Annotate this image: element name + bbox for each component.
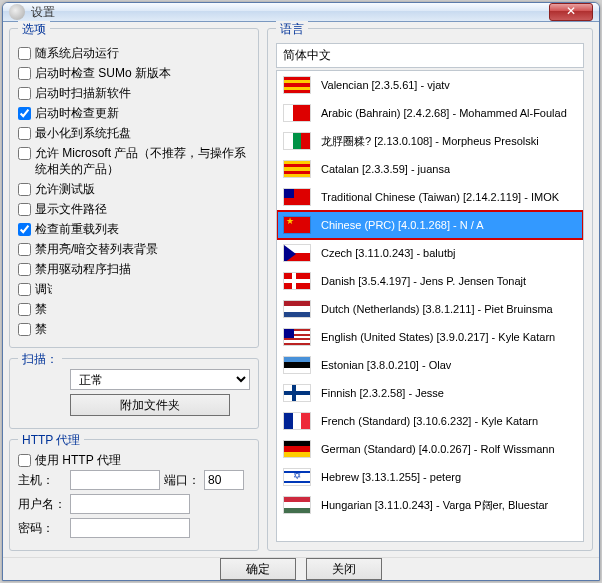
scan-mode-select[interactable]: 正常 [70,369,250,390]
flag-icon: ★ [283,216,311,234]
flag-icon [283,496,311,514]
use-proxy-checkbox[interactable] [18,454,31,467]
language-label: Danish [3.5.4.197] - Jens P. Jensen Tona… [321,275,526,287]
option-checkbox[interactable] [18,183,31,196]
option-row: 允许测试版 [18,179,250,199]
option-checkbox[interactable] [18,107,31,120]
option-label: 随系统启动运行 [35,45,119,61]
language-item[interactable]: English (United States) [3.9.0.217] - Ky… [277,323,583,351]
close-footer-button[interactable]: 关闭 [306,558,382,580]
option-label: 禁 [35,301,47,317]
language-list[interactable]: Valencian [2.3.5.61] - vjatvArabic (Bahr… [276,70,584,542]
language-label: Valencian [2.3.5.61] - vjatv [321,79,450,91]
language-item[interactable]: Traditional Chinese (Taiwan) [2.14.2.119… [277,183,583,211]
option-row: 启动时扫描新软件 [18,83,250,103]
language-item[interactable]: Valencian [2.3.5.61] - vjatv [277,71,583,99]
option-checkbox[interactable] [18,283,31,296]
language-label: Czech [3.11.0.243] - balutbj [321,247,456,259]
content-area: 选项 随系统启动运行启动时检查 SUMo 新版本启动时扫描新软件启动时检查更新最… [3,22,599,557]
option-checkbox[interactable] [18,323,31,336]
option-row: 允许 Microsoft 产品（不推荐，与操作系统相关的产品） [18,143,250,179]
language-item[interactable]: German (Standard) [4.0.0.267] - Rolf Wis… [277,435,583,463]
option-checkbox[interactable] [18,243,31,256]
option-row: 禁用亮/暗交替列表背景 [18,239,250,259]
option-checkbox[interactable] [18,303,31,316]
scan-legend: 扫描： [18,351,62,368]
language-item[interactable]: Estonian [3.8.0.210] - Olav [277,351,583,379]
language-item[interactable]: Danish [3.5.4.197] - Jens P. Jensen Tona… [277,267,583,295]
pass-label: 密码： [18,520,66,537]
language-label: 龙脬圈糅? [2.13.0.108] - Morpheus Presolski [321,134,539,149]
flag-icon [283,188,311,206]
flag-icon [283,272,311,290]
language-label: Estonian [3.8.0.210] - Olav [321,359,451,371]
language-label: German (Standard) [4.0.0.267] - Rolf Wis… [321,443,555,455]
option-checkbox[interactable] [18,67,31,80]
language-label: Hungarian [3.11.0.243] - Varga P阔er, Blu… [321,498,548,513]
option-label: 启动时检查更新 [35,105,119,121]
option-row: 随系统启动运行 [18,43,250,63]
flag-icon [283,440,311,458]
current-language: 简体中文 [276,43,584,68]
language-label: French (Standard) [3.10.6.232] - Kyle Ka… [321,415,538,427]
flag-icon [283,104,311,122]
option-label: 调试 [35,281,59,297]
language-item[interactable]: ✡Hebrew [3.13.1.255] - peterg [277,463,583,491]
language-legend: 语言 [276,21,308,38]
language-item[interactable]: Dutch (Netherlands) [3.8.1.211] - Piet B… [277,295,583,323]
flag-icon [283,384,311,402]
option-row: 禁用驱动程序扫描 [18,259,250,279]
language-item[interactable]: French (Standard) [3.10.6.232] - Kyle Ka… [277,407,583,435]
language-item[interactable]: Arabic (Bahrain) [2.4.2.68] - Mohammed A… [277,99,583,127]
option-checkbox[interactable] [18,87,31,100]
pass-input[interactable] [70,518,190,538]
port-input[interactable] [204,470,244,490]
host-label: 主机： [18,472,66,489]
add-folder-button[interactable]: 附加文件夹 [70,394,230,416]
user-input[interactable] [70,494,190,514]
title-bar[interactable]: 设置 ✕ [3,3,599,22]
http-legend: HTTP 代理 [18,432,84,449]
language-item[interactable]: Finnish [2.3.2.58] - Jesse [277,379,583,407]
language-group: 语言 简体中文 Valencian [2.3.5.61] - vjatvArab… [267,28,593,551]
language-label: Finnish [2.3.2.58] - Jesse [321,387,444,399]
language-item[interactable]: ★Chinese (PRC) [4.0.1.268] - N / A [277,211,583,239]
flag-icon [283,160,311,178]
language-item[interactable]: Czech [3.11.0.243] - balutbj [277,239,583,267]
settings-window: 设置 ✕ 选项 随系统启动运行启动时检查 SUMo 新版本启动时扫描新软件启动时… [2,2,600,581]
language-item[interactable]: Catalan [2.3.3.59] - juansa [277,155,583,183]
language-item[interactable]: Hungarian [3.11.0.243] - Varga P阔er, Blu… [277,491,583,519]
option-checkbox[interactable] [18,263,31,276]
option-label: 禁 [35,321,47,337]
flag-icon [283,300,311,318]
window-title: 设置 [31,4,549,21]
option-label: 允许测试版 [35,181,95,197]
flag-icon [283,328,311,346]
option-row: 启动时检查更新 [18,103,250,123]
ok-button[interactable]: 确定 [220,558,296,580]
option-row: 调试 [18,279,250,299]
flag-icon: ✡ [283,468,311,486]
close-button[interactable]: ✕ [549,3,593,21]
flag-icon [283,356,311,374]
option-checkbox[interactable] [18,127,31,140]
option-label: 允许 Microsoft 产品（不推荐，与操作系统相关的产品） [35,145,250,177]
option-checkbox[interactable] [18,223,31,236]
option-row: 禁 [18,319,250,339]
option-row: 检查前重载列表 [18,219,250,239]
option-checkbox[interactable] [18,47,31,60]
option-row: 最小化到系统托盘 [18,123,250,143]
language-label: Traditional Chinese (Taiwan) [2.14.2.119… [321,191,559,203]
flag-icon [283,76,311,94]
host-input[interactable] [70,470,160,490]
language-item[interactable]: 龙脬圈糅? [2.13.0.108] - Morpheus Presolski [277,127,583,155]
option-label: 显示文件路径 [35,201,107,217]
language-label: Catalan [2.3.3.59] - juansa [321,163,450,175]
option-checkbox[interactable] [18,203,31,216]
option-label: 禁用亮/暗交替列表背景 [35,241,158,257]
option-checkbox[interactable] [18,147,31,160]
left-panel: 选项 随系统启动运行启动时检查 SUMo 新版本启动时扫描新软件启动时检查更新最… [9,28,259,551]
language-label: Arabic (Bahrain) [2.4.2.68] - Mohammed A… [321,107,567,119]
options-legend: 选项 [18,21,50,38]
app-icon [9,4,25,20]
